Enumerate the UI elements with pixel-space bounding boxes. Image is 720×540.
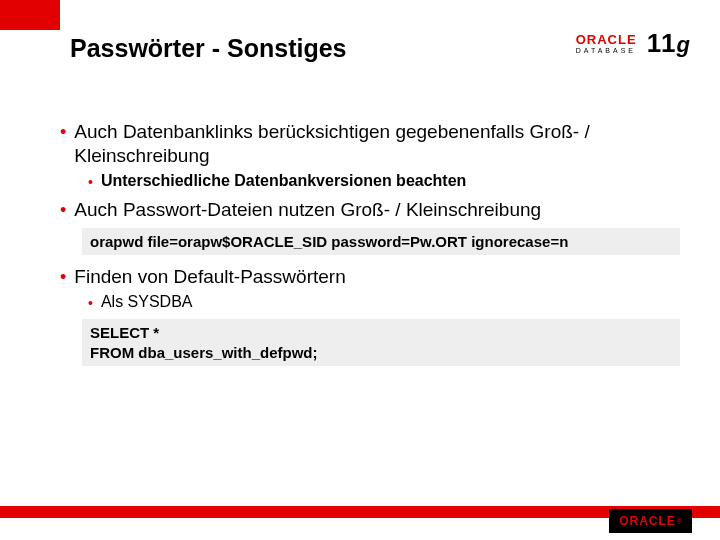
bullet-item: • Auch Passwort-Dateien nutzen Groß- / K… xyxy=(60,198,680,222)
code-line: FROM dba_users_with_defpwd; xyxy=(90,343,672,363)
footer-logo: ORACLE ® xyxy=(609,509,692,533)
code-line: orapwd file=orapw$ORACLE_SID password=Pw… xyxy=(90,233,568,250)
version-number: 11 xyxy=(647,28,676,59)
registered-icon: ® xyxy=(677,518,682,525)
version-suffix: g xyxy=(677,32,690,58)
oracle-wordmark: ORACLE DATABASE xyxy=(576,33,637,54)
bullet-dot-icon: • xyxy=(60,198,66,222)
bullet-item: • Auch Datenbanklinks berücksichtigen ge… xyxy=(60,120,680,168)
bullet-text: Auch Passwort-Dateien nutzen Groß- / Kle… xyxy=(74,198,541,222)
sub-bullet-item: • Unterschiedliche Datenbankversionen be… xyxy=(88,172,680,192)
header-logo: ORACLE DATABASE 11 g xyxy=(576,28,690,59)
content-area: • Auch Datenbanklinks berücksichtigen ge… xyxy=(60,120,680,376)
code-block: SELECT * FROM dba_users_with_defpwd; xyxy=(82,319,680,366)
bullet-dot-icon: • xyxy=(60,265,66,289)
bullet-text: Finden von Default-Passwörtern xyxy=(74,265,345,289)
brand-subtitle: DATABASE xyxy=(576,47,636,54)
code-block: orapwd file=orapw$ORACLE_SID password=Pw… xyxy=(82,228,680,256)
version-badge: 11 g xyxy=(647,28,690,59)
footer-brand: ORACLE xyxy=(619,514,676,528)
corner-accent xyxy=(0,0,60,30)
code-line: SELECT * xyxy=(90,323,672,343)
bullet-dot-icon: • xyxy=(88,293,93,313)
bullet-item: • Finden von Default-Passwörtern xyxy=(60,265,680,289)
sub-bullet-text: Unterschiedliche Datenbankversionen beac… xyxy=(101,172,466,190)
page-title: Passwörter - Sonstiges xyxy=(70,34,346,63)
brand-name: ORACLE xyxy=(576,33,637,46)
sub-bullet-text: Als SYSDBA xyxy=(101,293,193,311)
bullet-text: Auch Datenbanklinks berücksichtigen gege… xyxy=(74,120,680,168)
sub-bullet-item: • Als SYSDBA xyxy=(88,293,680,313)
bullet-dot-icon: • xyxy=(60,120,66,144)
bullet-dot-icon: • xyxy=(88,172,93,192)
